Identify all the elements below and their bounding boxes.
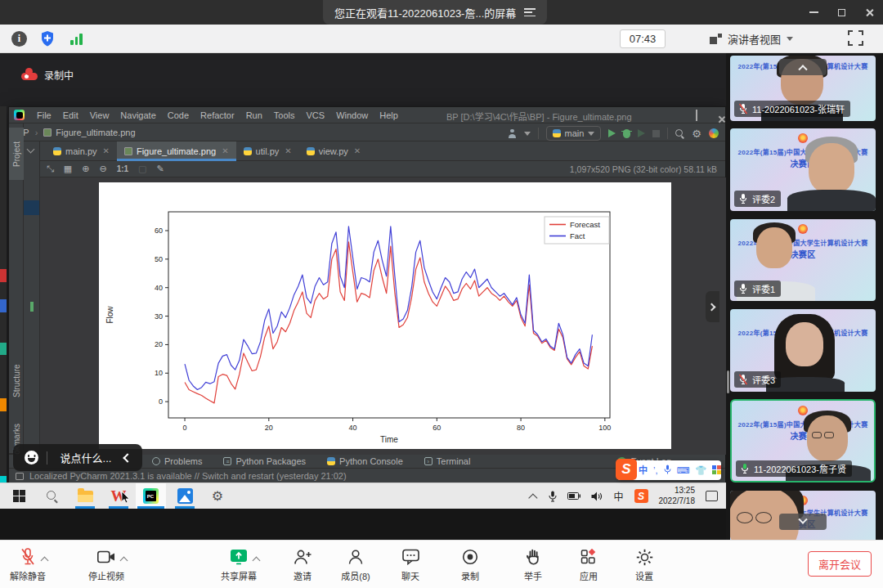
apps-button[interactable]: 应用 <box>566 546 612 584</box>
toolwindow-problems[interactable]: Problems <box>152 456 202 466</box>
menu-window[interactable]: Window <box>330 107 374 123</box>
settings-button[interactable]: 设置 <box>621 546 667 584</box>
search-everywhere-icon[interactable] <box>675 129 684 138</box>
maximize-button[interactable] <box>827 0 855 25</box>
sidebar-collapse-handle[interactable] <box>706 291 719 322</box>
tab-figure-ultimate-png[interactable]: Figure_ultimate.png ✕ <box>117 141 236 161</box>
stop-video-button[interactable]: 停止视频 <box>82 546 131 584</box>
participant-tile-5-active-speaker[interactable]: 2022年(第15届)中国大学生计算机设计大赛决赛区 11-2022061023… <box>730 399 876 483</box>
tray-battery-icon[interactable] <box>567 492 580 500</box>
network-signal-icon[interactable] <box>70 33 85 45</box>
emoji-icon[interactable] <box>25 451 38 465</box>
collapse-left-icon[interactable] <box>123 453 132 462</box>
close-tab-icon[interactable]: ✕ <box>103 146 110 155</box>
menu-file[interactable]: File <box>31 107 57 123</box>
menu-vcs[interactable]: VCS <box>301 107 331 123</box>
settings-gear-icon[interactable]: ⚙ <box>692 128 701 139</box>
debug-button[interactable] <box>623 129 630 138</box>
unmute-button[interactable]: 解除静音 <box>3 546 52 584</box>
project-panel[interactable] <box>24 141 40 453</box>
chevron-up-icon[interactable] <box>120 557 128 565</box>
tray-expand-icon[interactable] <box>529 493 538 502</box>
chat-button[interactable]: 聊天 <box>388 546 433 584</box>
menu-code[interactable]: Code <box>162 107 195 123</box>
raise-hand-button[interactable]: 举手 <box>510 546 556 584</box>
tray-volume-icon[interactable] <box>591 491 603 501</box>
invite-button[interactable]: 邀请 <box>280 546 325 584</box>
pycharm-taskbar-icon[interactable] <box>139 483 162 509</box>
chat-input-placeholder[interactable]: 说点什么... <box>47 450 124 465</box>
participant-tile-3[interactable]: 2022年(第15届)中国大学生计算机设计大赛决赛区 评委1 <box>730 219 876 301</box>
chevron-up-icon[interactable] <box>253 557 261 565</box>
zoom-out-icon[interactable]: ⊖ <box>99 164 106 174</box>
menu-view[interactable]: View <box>84 107 115 123</box>
ime-skin-icon[interactable]: 👕 <box>695 466 706 475</box>
taskbar-clock[interactable]: 13:25 2022/7/18 <box>659 486 696 506</box>
record-button[interactable]: 录制 <box>447 546 493 584</box>
tray-sogou-icon[interactable]: S <box>634 489 648 503</box>
menu-edit[interactable]: Edit <box>57 107 84 123</box>
collapse-chevron-icon[interactable] <box>27 146 35 154</box>
scroll-down-button[interactable] <box>779 514 827 530</box>
participant-tile-4[interactable]: 2022年(第15届)中国大学生计算机设计大赛决赛区 评委3 <box>730 309 876 392</box>
minimize-button[interactable] <box>800 0 827 25</box>
edit-pencil-icon[interactable]: ✎ <box>157 164 164 174</box>
meeting-info-icon[interactable]: i <box>11 31 27 47</box>
menu-run[interactable]: Run <box>240 107 268 123</box>
ime-punctuation-icon[interactable]: ’, <box>653 466 658 475</box>
toolwindow-python-packages[interactable]: ≡ Python Packages <box>223 456 306 466</box>
action-center-icon[interactable] <box>706 491 718 501</box>
toolwindow-terminal[interactable]: › Terminal <box>424 456 471 466</box>
pycharm-maximize-button[interactable] <box>696 110 697 120</box>
toolwindow-python-console[interactable]: Python Console <box>327 456 403 466</box>
sidebar-scrollbar[interactable] <box>727 370 729 393</box>
participant-tile-1[interactable]: 2022年(第15届)中国大学生计算机设计大赛 11-2022061023-张瑞… <box>730 56 876 121</box>
start-button[interactable] <box>7 483 31 509</box>
ime-keyboard-icon[interactable]: ⌨ <box>677 466 690 475</box>
menu-refactor[interactable]: Refactor <box>195 107 240 123</box>
breadcrumb-file[interactable]: Figure_ultimate.png <box>56 128 135 137</box>
view-mode-selector[interactable]: 演讲者视图 <box>710 29 793 48</box>
photos-app-icon[interactable] <box>173 483 196 509</box>
zoom-in-icon[interactable]: ⊕ <box>82 164 89 174</box>
taskbar-settings-icon[interactable]: ⚙ <box>206 483 229 509</box>
participant-tile-2[interactable]: 2022年(第15届)中国大学生计算机设计大赛决赛区 评委2 <box>730 128 876 211</box>
tab-main-py[interactable]: main.py ✕ <box>46 141 117 161</box>
close-button[interactable] <box>855 0 883 25</box>
close-tab-icon[interactable]: ✕ <box>354 146 361 155</box>
sogou-ime-bar[interactable]: S 中 ’, ⌨ 👕 <box>617 460 721 480</box>
close-tab-icon[interactable]: ✕ <box>222 146 228 155</box>
ime-mode-indicator[interactable]: 中 <box>613 489 623 503</box>
sogou-logo-icon[interactable]: S <box>616 459 637 480</box>
sidebar-tab-structure[interactable]: Structure <box>9 352 24 410</box>
code-with-me-icon[interactable] <box>709 128 719 138</box>
file-explorer-icon[interactable] <box>74 483 96 509</box>
tab-util-py[interactable]: util.py ✕ <box>236 141 299 161</box>
fullscreen-icon[interactable] <box>848 30 863 46</box>
close-tab-icon[interactable]: ✕ <box>285 146 291 155</box>
run-configuration-selector[interactable]: main <box>546 126 602 141</box>
leave-meeting-button[interactable]: 离开会议 <box>808 551 872 577</box>
user-account-icon[interactable] <box>508 129 517 138</box>
transparency-icon[interactable]: ▢ <box>138 164 146 174</box>
participant-tile-6-partial[interactable]: 2022年(第15届)中国大学生计算机设计大赛决赛区 <box>730 491 876 540</box>
chevron-up-icon[interactable] <box>41 557 49 565</box>
watching-banner[interactable]: 您正在观看11-2022061023-詹...的屏幕 <box>323 0 547 25</box>
grid-icon[interactable]: ▦ <box>64 164 72 174</box>
zoom-ratio-label[interactable]: 1:1 <box>117 164 128 173</box>
security-shield-icon[interactable] <box>40 30 55 47</box>
banner-menu-icon[interactable] <box>524 8 536 16</box>
ime-toolbox-icon[interactable] <box>712 465 721 476</box>
taskbar-search-icon[interactable] <box>41 483 64 509</box>
members-button[interactable]: 成员(8) <box>333 546 379 584</box>
fit-zoom-icon[interactable]: ⤡ <box>47 164 54 174</box>
ime-language-icon[interactable]: 中 <box>639 466 648 475</box>
scroll-up-button[interactable] <box>779 59 827 75</box>
menu-navigate[interactable]: Navigate <box>114 107 161 123</box>
chat-quick-bubble[interactable]: 说点什么... <box>13 444 142 471</box>
menu-help[interactable]: Help <box>374 107 404 123</box>
menu-tools[interactable]: Tools <box>268 107 301 123</box>
ime-mic-icon[interactable] <box>664 465 671 476</box>
tray-mic-icon[interactable] <box>549 491 557 502</box>
run-button[interactable] <box>608 129 616 137</box>
